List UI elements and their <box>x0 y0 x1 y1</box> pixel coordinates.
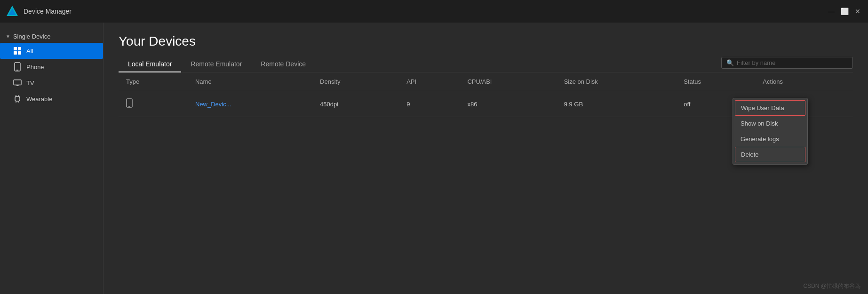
svg-rect-8 <box>14 80 21 85</box>
sidebar-item-phone-label: Phone <box>26 64 44 71</box>
app-title: Device Manager <box>24 8 72 15</box>
context-menu-show-disk[interactable]: Show on Disk <box>733 116 807 131</box>
col-header-type: Type <box>119 72 188 91</box>
filter-box: 🔍 <box>721 57 853 69</box>
page-heading: Your Devices <box>119 23 853 56</box>
cell-name[interactable]: New_Devic... <box>188 91 312 117</box>
watch-icon <box>13 95 22 103</box>
tab-local-emulator[interactable]: Local Emulator <box>119 56 181 72</box>
sidebar-item-tv-label: TV <box>26 79 34 87</box>
sidebar-item-wearable[interactable]: Wearable <box>0 91 103 107</box>
col-header-density: Density <box>312 72 399 91</box>
sidebar-item-wearable-label: Wearable <box>26 95 52 103</box>
device-table: Type Name Density API CPU/ABI Size on Di… <box>119 72 853 117</box>
col-header-size: Size on Disk <box>557 72 677 91</box>
sidebar-section-single-device[interactable]: ▼ Single Device <box>0 30 103 43</box>
svg-rect-3 <box>18 47 21 50</box>
device-table-container: Type Name Density API CPU/ABI Size on Di… <box>119 72 853 294</box>
svg-rect-11 <box>15 96 20 101</box>
tab-remote-emulator[interactable]: Remote Emulator <box>181 56 251 72</box>
context-menu: Wipe User Data Show on Disk Generate log… <box>733 98 808 165</box>
sidebar: ▼ Single Device All <box>0 23 104 294</box>
tabs-bar: Local Emulator Remote Emulator Remote De… <box>119 56 853 72</box>
cell-actions: ▶ ⋮ Wipe User Data Show on Disk Generate… <box>755 91 853 117</box>
maximize-button[interactable]: ⬜ <box>840 7 849 16</box>
table-header-row: Type Name Density API CPU/ABI Size on Di… <box>119 72 853 91</box>
close-button[interactable]: ✕ <box>853 7 862 16</box>
sidebar-section-label: Single Device <box>13 33 51 40</box>
watermark-text: CSDN @忙碌的布谷鸟 <box>803 283 860 289</box>
col-header-actions: Actions <box>755 72 853 91</box>
chevron-down-icon: ▼ <box>6 34 10 39</box>
context-menu-wipe[interactable]: Wipe User Data <box>735 100 805 116</box>
phone-icon <box>13 63 22 71</box>
sidebar-item-all[interactable]: All <box>0 43 103 59</box>
titlebar: Device Manager — ⬜ ✕ <box>0 0 868 23</box>
svg-rect-5 <box>18 51 21 55</box>
cell-type <box>119 91 188 117</box>
svg-rect-4 <box>14 51 17 55</box>
col-header-name: Name <box>188 72 312 91</box>
col-header-cpu: CPU/ABI <box>460 72 556 91</box>
context-menu-delete[interactable]: Delete <box>735 147 805 162</box>
filter-input[interactable] <box>737 59 848 66</box>
device-phone-icon <box>126 99 133 110</box>
device-name-link[interactable]: New_Devic... <box>195 101 231 108</box>
main-container: ▼ Single Device All <box>0 23 868 294</box>
cell-api: 9 <box>399 91 460 117</box>
actions-cell: ▶ ⋮ Wipe User Data Show on Disk Generate… <box>763 98 845 110</box>
tv-icon <box>13 79 22 87</box>
cell-density: 450dpi <box>312 91 399 117</box>
cell-size: 9.9 GB <box>557 91 677 117</box>
search-icon: 🔍 <box>726 59 734 66</box>
tab-remote-device[interactable]: Remote Device <box>251 56 315 72</box>
minimize-button[interactable]: — <box>827 7 836 16</box>
table-row: New_Devic... 450dpi 9 x86 9.9 GB off ▶ ⋮ <box>119 91 853 117</box>
sidebar-item-tv[interactable]: TV <box>0 75 103 91</box>
cell-cpu: x86 <box>460 91 556 117</box>
sidebar-item-phone[interactable]: Phone <box>0 59 103 75</box>
window-controls: — ⬜ ✕ <box>827 7 862 16</box>
app-logo <box>6 5 19 18</box>
content-area: Your Devices Local Emulator Remote Emula… <box>104 23 868 294</box>
col-header-status: Status <box>676 72 755 91</box>
sidebar-item-all-label: All <box>26 48 33 55</box>
context-menu-generate-logs[interactable]: Generate logs <box>733 131 807 147</box>
grid-icon <box>13 47 22 55</box>
svg-rect-2 <box>14 47 17 50</box>
col-header-api: API <box>399 72 460 91</box>
footer-watermark: CSDN @忙碌的布谷鸟 <box>803 282 860 290</box>
